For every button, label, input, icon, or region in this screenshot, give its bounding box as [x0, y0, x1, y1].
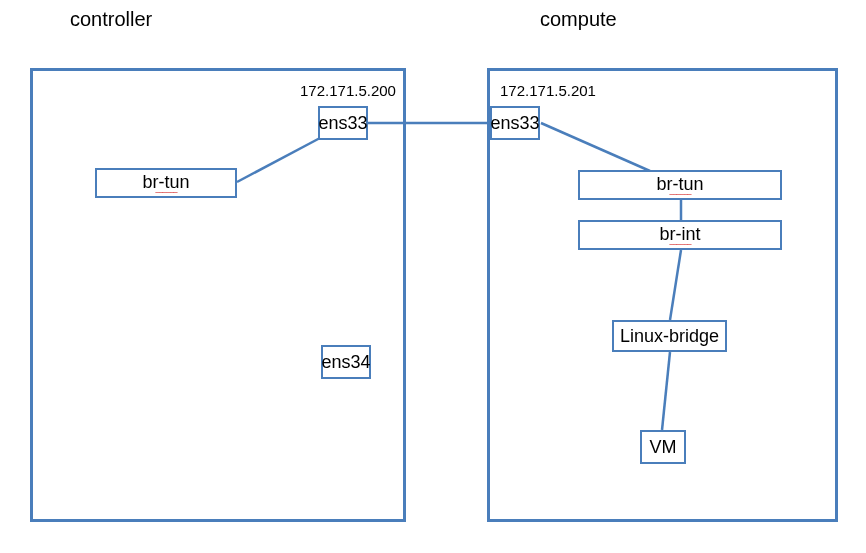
- compute-linuxbridge-label: Linux-bridge: [620, 326, 719, 347]
- controller-ens33-label: ens33: [318, 113, 367, 134]
- squiggle-icon: ~~~~~~: [669, 193, 691, 197]
- controller-ens33-node: ens33: [318, 106, 368, 140]
- squiggle-icon: ~~~~~~: [155, 191, 177, 195]
- compute-ens33-label: ens33: [490, 113, 539, 134]
- compute-ens33-node: ens33: [490, 106, 540, 140]
- compute-vm-node: VM: [640, 430, 686, 464]
- controller-ens34-label: ens34: [321, 352, 370, 373]
- controller-ens34-node: ens34: [321, 345, 371, 379]
- controller-title: controller: [70, 8, 152, 31]
- compute-brint-node: br-int ~~~~~~: [578, 220, 782, 250]
- compute-brtun-node: br-tun ~~~~~~: [578, 170, 782, 200]
- compute-linuxbridge-node: Linux-bridge: [612, 320, 727, 352]
- squiggle-icon: ~~~~~~: [669, 243, 691, 247]
- compute-vm-label: VM: [650, 437, 677, 458]
- controller-brtun-node: br-tun ~~~~~~: [95, 168, 237, 198]
- compute-title: compute: [540, 8, 617, 31]
